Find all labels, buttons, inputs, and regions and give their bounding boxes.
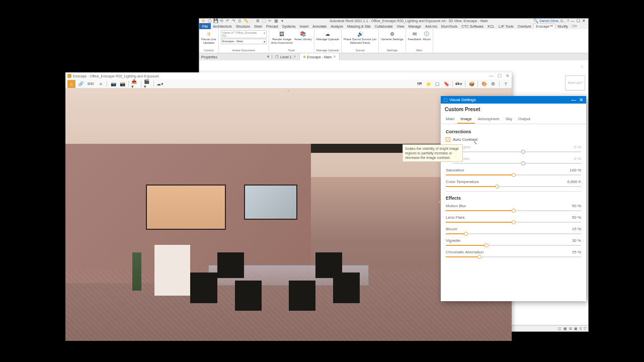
viewcube[interactable]: RIGHT LEFT	[565, 75, 585, 90]
more-icon[interactable]: ▾	[280, 19, 284, 23]
menu-systems[interactable]: Systems	[280, 24, 298, 29]
menu-structure[interactable]: Structure	[234, 24, 252, 29]
status-icon[interactable]: ⊞	[569, 327, 572, 331]
undo-icon[interactable]: ↶	[225, 19, 230, 23]
measure-icon[interactable]: 📏	[244, 19, 248, 23]
views-icon[interactable]: ▢	[433, 80, 441, 88]
close-icon[interactable]: ✕	[579, 97, 583, 103]
3d-icon[interactable]: ⬚	[262, 19, 266, 23]
lens-flare-slider[interactable]: Lens Flare50 %	[446, 215, 581, 223]
print-icon[interactable]: ⎙	[237, 19, 242, 23]
menu-architecture[interactable]: Architecture	[211, 24, 233, 29]
close-icon[interactable]: ✕	[506, 73, 510, 78]
asset-library-button[interactable]: 📚Asset Library	[294, 30, 312, 41]
feedback-button[interactable]: ✉Feedback	[408, 30, 421, 41]
vignette-slider[interactable]: Vignette30 %	[446, 238, 581, 246]
vs-titlebar[interactable]: ⬚Visual Settings —✕	[441, 96, 586, 104]
expand-left-icon[interactable]: ◂	[438, 199, 440, 204]
views-dropdown[interactable]: Views of "Office_Enscape R2...▾	[221, 30, 267, 38]
manage-uploads-button[interactable]: ☁Manage Uploads	[316, 30, 339, 41]
menu-ljf[interactable]: LJF Tools	[497, 24, 516, 29]
pause-live-button[interactable]: ⏸Pause Live Updates	[201, 30, 216, 44]
menu-precast[interactable]: Precast	[264, 24, 280, 29]
redo-icon[interactable]: ↷	[231, 19, 236, 23]
minimize-icon[interactable]: —	[571, 97, 576, 103]
link-icon[interactable]: 🔗	[76, 80, 85, 88]
screenshot-icon[interactable]: 📷	[109, 80, 117, 88]
sync-icon[interactable]: ⟲	[219, 19, 224, 23]
close-icon[interactable]: ✕	[581, 19, 586, 23]
minimize-icon[interactable]: —	[570, 19, 575, 23]
menu-expand-icon[interactable]: ⊡▾	[572, 24, 577, 28]
properties-close-icon[interactable]: ✕	[267, 55, 270, 59]
upload-icon[interactable]: ☁▾	[156, 80, 164, 88]
export-icon[interactable]: 📤▾	[131, 80, 139, 88]
viewcube-icon[interactable]: ⌂	[581, 64, 583, 69]
menu-view[interactable]: View	[395, 24, 407, 29]
tab-sky[interactable]: Sky	[503, 115, 515, 124]
maximize-icon[interactable]: ☐	[576, 19, 581, 23]
status-icon[interactable]: ▣	[574, 327, 578, 331]
status-icon[interactable]: ◱	[558, 327, 561, 331]
help-icon[interactable]: ?	[567, 19, 569, 23]
saturation-slider[interactable]: Saturation100 %	[446, 168, 581, 175]
chromatic-aberration-slider[interactable]: Chromatic Aberration25 %	[446, 250, 581, 257]
menu-modify[interactable]: Modify	[555, 24, 570, 29]
video-icon[interactable]: 🎬▾	[143, 80, 151, 88]
home-icon[interactable]: ⌂	[67, 80, 75, 88]
map-icon[interactable]: 🗺	[415, 80, 423, 88]
minimize-icon[interactable]: —	[489, 73, 494, 78]
open-icon[interactable]: ▢	[207, 19, 212, 23]
status-icon[interactable]: ▦	[564, 327, 567, 331]
tab-main[interactable]: Main	[443, 115, 457, 124]
tab-level1[interactable]: ▢Level 1✕	[272, 53, 300, 60]
color-temperature-slider[interactable]: Color Temperature6,600 K	[446, 179, 581, 187]
render-image-button[interactable]: 🖼Render Image (Into Document)	[271, 30, 293, 44]
auto-contrast-checkbox[interactable]: ✓Auto Contrast	[446, 137, 581, 142]
settings-icon[interactable]: ⚙	[489, 80, 497, 88]
bloom-slider[interactable]: Bloom15 %	[446, 227, 581, 234]
place-sound-button[interactable]: 🔊Place Sound Source (on Selected Face)	[344, 30, 376, 44]
menu-ctc[interactable]: CTC Software	[459, 24, 486, 29]
align-icon[interactable]: ⊞	[256, 19, 260, 23]
menu-elumtools[interactable]: ElumTools	[439, 24, 459, 29]
general-settings-button[interactable]: ⚙General Settings	[381, 30, 404, 41]
menu-overture[interactable]: Overture	[516, 24, 533, 29]
motion-blur-slider[interactable]: Motion Blur50 %	[446, 204, 581, 211]
menu-insert[interactable]: Insert	[298, 24, 311, 29]
menu-collaborate[interactable]: Collaborate	[373, 24, 395, 29]
visual-settings-icon[interactable]: 🎨	[480, 80, 488, 88]
file-menu[interactable]: File	[199, 23, 211, 29]
menu-kcl[interactable]: KCL	[486, 24, 497, 29]
list-icon[interactable]: ≡	[97, 80, 105, 88]
bookmark-icon[interactable]: 🔖	[442, 80, 450, 88]
favorite-icon[interactable]: ⭐	[424, 80, 432, 88]
tab-output[interactable]: Output	[515, 115, 533, 124]
about-button[interactable]: ⓘAbout	[423, 30, 431, 41]
asset-icon[interactable]: 📦	[467, 80, 475, 88]
section-icon[interactable]: ✂	[268, 19, 272, 23]
enscape-main-dropdown[interactable]: Enscape - Main▾	[221, 39, 267, 44]
collapse-icon[interactable]: ˄	[287, 89, 290, 95]
menu-steel[interactable]: Steel	[252, 24, 264, 29]
bim-button[interactable]: BIM	[86, 80, 96, 88]
help-icon[interactable]: ?	[502, 80, 510, 88]
vr-icon[interactable]: 🕶▾	[455, 80, 463, 88]
search-icon[interactable]: 🔍	[533, 19, 538, 23]
filter-icon[interactable]: ▽	[584, 327, 586, 331]
batch-icon[interactable]: 📸	[118, 80, 126, 88]
tab-image[interactable]: Image	[457, 115, 474, 124]
menu-manage[interactable]: Manage	[407, 24, 423, 29]
user-label[interactable]: Daniel.Stine, G...	[539, 19, 566, 23]
tab-atmosphere[interactable]: Atmosphere	[475, 115, 503, 124]
maximize-icon[interactable]: ☐	[498, 73, 502, 78]
tab-enscape-main[interactable]: ◉Enscape - Main✕	[300, 53, 340, 60]
view-icon[interactable]: ▦	[274, 19, 278, 23]
shadows-slider[interactable]: Shadows0 %	[446, 156, 581, 164]
save-icon[interactable]: 💾	[213, 19, 218, 23]
menu-analyze[interactable]: Analyze	[329, 24, 345, 29]
menu-addins[interactable]: Add-Ins	[423, 24, 439, 29]
menu-annotate[interactable]: Annotate	[310, 24, 329, 29]
menu-enscape[interactable]: Enscape™	[533, 24, 555, 29]
highlights-slider[interactable]: Highlights0 %	[446, 145, 581, 152]
